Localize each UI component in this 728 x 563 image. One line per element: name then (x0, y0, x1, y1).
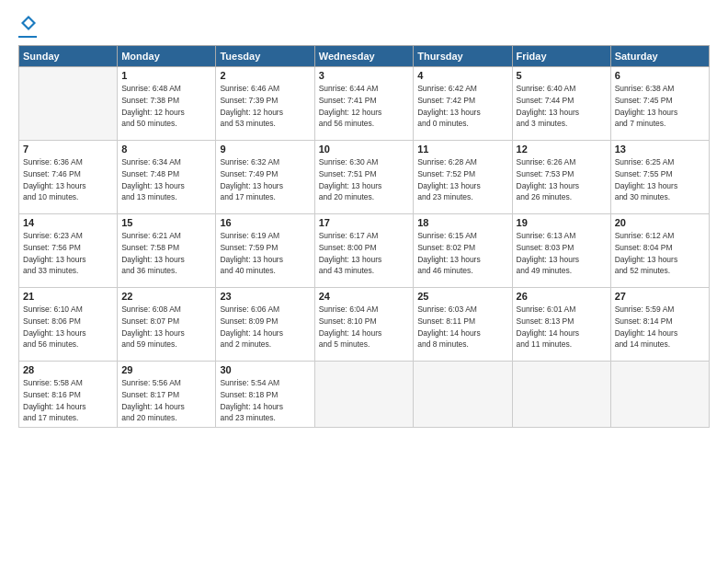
day-number: 25 (417, 291, 507, 302)
day-number: 10 (319, 144, 409, 155)
calendar-day-cell: 20Sunrise: 6:12 AM Sunset: 8:04 PM Dayli… (610, 214, 709, 288)
calendar-day-cell: 25Sunrise: 6:03 AM Sunset: 8:11 PM Dayli… (414, 288, 512, 362)
day-number: 9 (220, 144, 310, 155)
day-number: 18 (417, 217, 507, 228)
day-info: Sunrise: 6:32 AM Sunset: 7:49 PM Dayligh… (220, 156, 310, 203)
day-number: 7 (23, 144, 113, 155)
day-number: 4 (417, 70, 507, 81)
day-number: 15 (121, 217, 211, 228)
day-info: Sunrise: 5:56 AM Sunset: 8:17 PM Dayligh… (121, 377, 211, 424)
calendar-week-row: 1Sunrise: 6:48 AM Sunset: 7:38 PM Daylig… (19, 67, 710, 141)
day-info: Sunrise: 6:13 AM Sunset: 8:03 PM Dayligh… (517, 230, 607, 277)
day-info: Sunrise: 6:34 AM Sunset: 7:48 PM Dayligh… (121, 156, 211, 203)
calendar-day-cell: 4Sunrise: 6:42 AM Sunset: 7:42 PM Daylig… (414, 67, 512, 141)
day-info: Sunrise: 6:42 AM Sunset: 7:42 PM Dayligh… (417, 83, 507, 130)
day-number: 5 (517, 70, 607, 81)
day-number: 16 (220, 217, 310, 228)
page: SundayMondayTuesdayWednesdayThursdayFrid… (0, 0, 728, 563)
day-number: 29 (121, 364, 211, 375)
calendar-day-cell: 24Sunrise: 6:04 AM Sunset: 8:10 PM Dayli… (314, 288, 413, 362)
day-info: Sunrise: 6:48 AM Sunset: 7:38 PM Dayligh… (121, 83, 211, 130)
day-number: 8 (121, 144, 211, 155)
day-info: Sunrise: 6:12 AM Sunset: 8:04 PM Dayligh… (615, 230, 705, 277)
day-number: 19 (517, 217, 607, 228)
calendar-day-cell: 2Sunrise: 6:46 AM Sunset: 7:39 PM Daylig… (216, 67, 314, 141)
calendar-day-cell: 7Sunrise: 6:36 AM Sunset: 7:46 PM Daylig… (19, 141, 118, 214)
calendar-day-header: Tuesday (216, 46, 314, 67)
calendar-day-header: Friday (512, 46, 610, 67)
calendar-day-cell: 1Sunrise: 6:48 AM Sunset: 7:38 PM Daylig… (118, 67, 216, 141)
calendar-day-cell: 16Sunrise: 6:19 AM Sunset: 7:59 PM Dayli… (216, 214, 314, 288)
day-info: Sunrise: 6:46 AM Sunset: 7:39 PM Dayligh… (220, 83, 310, 130)
calendar-day-cell: 9Sunrise: 6:32 AM Sunset: 7:49 PM Daylig… (216, 141, 314, 214)
day-info: Sunrise: 6:23 AM Sunset: 7:56 PM Dayligh… (23, 230, 113, 277)
calendar-day-header: Saturday (610, 46, 709, 67)
day-info: Sunrise: 6:21 AM Sunset: 7:58 PM Dayligh… (121, 230, 211, 277)
day-number: 2 (220, 70, 310, 81)
calendar-day-cell: 26Sunrise: 6:01 AM Sunset: 8:13 PM Dayli… (512, 288, 610, 362)
day-info: Sunrise: 6:06 AM Sunset: 8:09 PM Dayligh… (220, 304, 310, 350)
calendar-day-cell: 18Sunrise: 6:15 AM Sunset: 8:02 PM Dayli… (414, 214, 512, 288)
day-number: 13 (615, 144, 705, 155)
calendar-day-cell: 15Sunrise: 6:21 AM Sunset: 7:58 PM Dayli… (118, 214, 216, 288)
day-number: 17 (319, 217, 409, 228)
day-number: 3 (319, 70, 409, 81)
day-info: Sunrise: 6:19 AM Sunset: 7:59 PM Dayligh… (220, 230, 310, 277)
calendar-day-cell (314, 362, 413, 428)
day-number: 12 (517, 144, 607, 155)
logo (18, 17, 37, 38)
day-info: Sunrise: 6:15 AM Sunset: 8:02 PM Dayligh… (417, 230, 507, 277)
calendar-day-cell: 19Sunrise: 6:13 AM Sunset: 8:03 PM Dayli… (512, 214, 610, 288)
day-number: 20 (615, 217, 705, 228)
calendar-day-cell: 13Sunrise: 6:25 AM Sunset: 7:55 PM Dayli… (610, 141, 709, 214)
calendar-day-cell (19, 67, 118, 141)
day-info: Sunrise: 6:17 AM Sunset: 8:00 PM Dayligh… (319, 230, 409, 277)
calendar-day-cell (414, 362, 512, 428)
day-number: 14 (23, 217, 113, 228)
day-info: Sunrise: 6:25 AM Sunset: 7:55 PM Dayligh… (615, 156, 705, 203)
logo-underline (18, 36, 37, 38)
day-info: Sunrise: 6:01 AM Sunset: 8:13 PM Dayligh… (517, 304, 607, 350)
calendar-day-cell: 6Sunrise: 6:38 AM Sunset: 7:45 PM Daylig… (610, 67, 709, 141)
day-number: 22 (121, 291, 211, 302)
calendar-day-header: Wednesday (314, 46, 413, 67)
header (18, 17, 710, 38)
logo-icon (20, 15, 37, 31)
calendar-header-row: SundayMondayTuesdayWednesdayThursdayFrid… (19, 46, 710, 67)
day-number: 1 (121, 70, 211, 81)
calendar-week-row: 28Sunrise: 5:58 AM Sunset: 8:16 PM Dayli… (19, 362, 710, 428)
calendar-day-cell: 5Sunrise: 6:40 AM Sunset: 7:44 PM Daylig… (512, 67, 610, 141)
calendar-table: SundayMondayTuesdayWednesdayThursdayFrid… (18, 45, 710, 428)
day-number: 24 (319, 291, 409, 302)
calendar-day-header: Thursday (414, 46, 512, 67)
day-number: 6 (615, 70, 705, 81)
calendar-day-cell: 29Sunrise: 5:56 AM Sunset: 8:17 PM Dayli… (118, 362, 216, 428)
day-number: 28 (23, 364, 113, 375)
calendar-week-row: 21Sunrise: 6:10 AM Sunset: 8:06 PM Dayli… (19, 288, 710, 362)
calendar-day-cell: 8Sunrise: 6:34 AM Sunset: 7:48 PM Daylig… (118, 141, 216, 214)
calendar-day-cell: 12Sunrise: 6:26 AM Sunset: 7:53 PM Dayli… (512, 141, 610, 214)
calendar-day-cell: 11Sunrise: 6:28 AM Sunset: 7:52 PM Dayli… (414, 141, 512, 214)
calendar-day-cell: 27Sunrise: 5:59 AM Sunset: 8:14 PM Dayli… (610, 288, 709, 362)
day-info: Sunrise: 6:38 AM Sunset: 7:45 PM Dayligh… (615, 83, 705, 130)
day-number: 21 (23, 291, 113, 302)
day-info: Sunrise: 6:44 AM Sunset: 7:41 PM Dayligh… (319, 83, 409, 130)
calendar-day-cell: 22Sunrise: 6:08 AM Sunset: 8:07 PM Dayli… (118, 288, 216, 362)
day-info: Sunrise: 6:04 AM Sunset: 8:10 PM Dayligh… (319, 304, 409, 350)
day-info: Sunrise: 6:30 AM Sunset: 7:51 PM Dayligh… (319, 156, 409, 203)
day-info: Sunrise: 5:58 AM Sunset: 8:16 PM Dayligh… (23, 377, 113, 424)
day-info: Sunrise: 5:59 AM Sunset: 8:14 PM Dayligh… (615, 304, 705, 350)
calendar-day-cell (610, 362, 709, 428)
calendar-day-cell: 17Sunrise: 6:17 AM Sunset: 8:00 PM Dayli… (314, 214, 413, 288)
day-number: 30 (220, 364, 310, 375)
calendar-day-header: Monday (118, 46, 216, 67)
day-number: 27 (615, 291, 705, 302)
day-info: Sunrise: 6:08 AM Sunset: 8:07 PM Dayligh… (121, 304, 211, 350)
day-number: 26 (517, 291, 607, 302)
day-number: 23 (220, 291, 310, 302)
calendar-week-row: 14Sunrise: 6:23 AM Sunset: 7:56 PM Dayli… (19, 214, 710, 288)
day-number: 11 (417, 144, 507, 155)
day-info: Sunrise: 5:54 AM Sunset: 8:18 PM Dayligh… (220, 377, 310, 424)
day-info: Sunrise: 6:03 AM Sunset: 8:11 PM Dayligh… (417, 304, 507, 350)
calendar-day-cell: 14Sunrise: 6:23 AM Sunset: 7:56 PM Dayli… (19, 214, 118, 288)
